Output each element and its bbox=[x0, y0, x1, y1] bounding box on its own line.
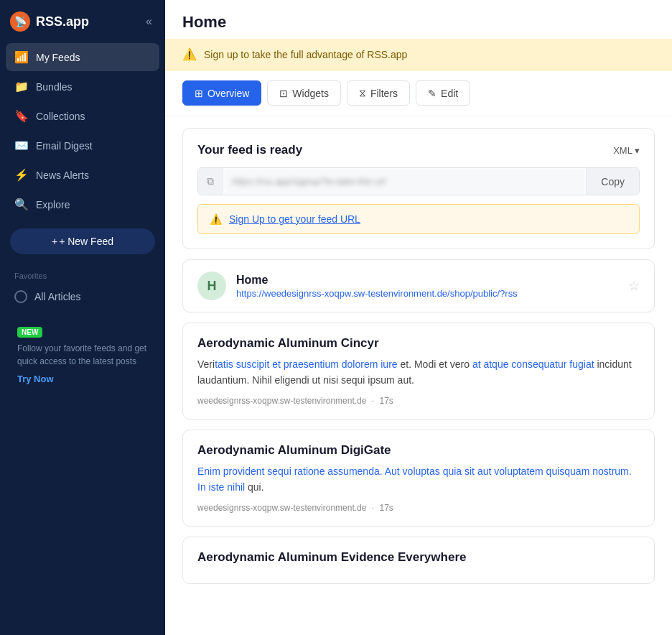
article-excerpt: Enim provident sequi ratione assumenda. … bbox=[197, 463, 640, 496]
tab-edit-label: Edit bbox=[441, 88, 458, 99]
sidebar-nav: 📶 My Feeds 📁 Bundles 🔖 Collections ✉️ Em… bbox=[0, 43, 165, 218]
sidebar-item-explore[interactable]: 🔍 Explore bbox=[6, 190, 159, 218]
collections-icon: 🔖 bbox=[14, 109, 29, 123]
bundles-icon: 📁 bbox=[14, 80, 29, 93]
logo-area: 📡 RSS.app bbox=[10, 11, 89, 32]
all-articles-label: All Articles bbox=[34, 291, 81, 302]
feed-ready-header: Your feed is ready XML ▾ bbox=[197, 143, 640, 157]
tab-filters-label: Filters bbox=[370, 88, 398, 99]
sidebar-item-email-digest[interactable]: ✉️ Email Digest bbox=[6, 131, 159, 159]
feed-avatar: H bbox=[197, 272, 226, 300]
new-feed-button[interactable]: + + New Feed bbox=[10, 228, 155, 254]
sidebar-item-label: Explore bbox=[36, 199, 70, 210]
article-meta: weedesignrss-xoqpw.sw-testenvironment.de… bbox=[197, 503, 640, 513]
explore-icon: 🔍 bbox=[14, 198, 29, 211]
sidebar-item-label: Collections bbox=[36, 111, 85, 122]
page-title: Home bbox=[182, 13, 655, 32]
promo-text: Follow your favorite feeds and get quick… bbox=[17, 342, 148, 368]
logo-text: RSS.app bbox=[36, 14, 89, 29]
signup-alert-icon: ⚠️ bbox=[210, 213, 222, 225]
feed-ready-title: Your feed is ready bbox=[197, 143, 302, 157]
edit-icon: ✎ bbox=[428, 88, 437, 99]
signup-banner: ⚠️ Sign up to take the full advantage of… bbox=[165, 39, 672, 70]
feed-info: Home https://weedesignrss-xoqpw.sw-teste… bbox=[236, 274, 618, 299]
article-card: Aerodynamic Aluminum Evidence Everywhere bbox=[182, 537, 655, 584]
filters-icon: ⧖ bbox=[359, 87, 366, 99]
all-articles-icon bbox=[14, 290, 27, 303]
article-time: 17s bbox=[379, 396, 393, 406]
favorites-section-label: Favorites bbox=[0, 264, 165, 283]
new-feed-label: + New Feed bbox=[59, 236, 113, 247]
tab-filters[interactable]: ⧖ Filters bbox=[347, 80, 410, 106]
my-feeds-icon: 📶 bbox=[14, 50, 29, 64]
article-title: Aerodynamic Aluminum Cincyr bbox=[197, 336, 640, 351]
new-badge: NEW bbox=[17, 327, 42, 338]
tab-overview-label: Overview bbox=[207, 88, 249, 99]
try-now-link[interactable]: Try Now bbox=[17, 374, 148, 384]
feed-ready-card: Your feed is ready XML ▾ ⧉ Copy ⚠️ Sign … bbox=[182, 128, 655, 249]
sidebar-item-my-feeds[interactable]: 📶 My Feeds bbox=[6, 43, 159, 71]
article-card: Aerodynamic Aluminum DigiGate Enim provi… bbox=[182, 430, 655, 527]
logo-icon: 📡 bbox=[10, 11, 30, 32]
sidebar-item-news-alerts[interactable]: ⚡ News Alerts bbox=[6, 161, 159, 189]
url-copy-icon: ⧉ bbox=[198, 168, 223, 195]
article-source: weedesignrss-xoqpw.sw-testenvironment.de bbox=[197, 503, 366, 513]
feed-source-card: H Home https://weedesignrss-xoqpw.sw-tes… bbox=[182, 259, 655, 312]
tab-edit[interactable]: ✎ Edit bbox=[416, 80, 470, 106]
star-button[interactable]: ☆ bbox=[628, 278, 640, 294]
content-area: Your feed is ready XML ▾ ⧉ Copy ⚠️ Sign … bbox=[165, 116, 672, 595]
tabs-row: ⊞ Overview ⊡ Widgets ⧖ Filters ✎ Edit bbox=[165, 70, 672, 116]
signup-alert: ⚠️ Sign Up to get your feed URL bbox=[197, 204, 640, 234]
promo-section: NEW Follow your favorite feeds and get q… bbox=[10, 318, 155, 391]
article-excerpt: Veritatis suscipit et praesentium dolore… bbox=[197, 356, 640, 389]
tab-widgets[interactable]: ⊡ Widgets bbox=[267, 80, 341, 106]
article-source: weedesignrss-xoqpw.sw-testenvironment.de bbox=[197, 396, 366, 406]
overview-icon: ⊞ bbox=[195, 88, 203, 99]
sidebar: 📡 RSS.app « 📶 My Feeds 📁 Bundles 🔖 Colle… bbox=[0, 0, 165, 635]
main-content: Home ⚠️ Sign up to take the full advanta… bbox=[165, 0, 672, 635]
widgets-icon: ⊡ bbox=[279, 88, 288, 99]
feed-url-input[interactable] bbox=[223, 168, 586, 195]
email-digest-icon: ✉️ bbox=[14, 139, 29, 152]
article-title: Aerodynamic Aluminum DigiGate bbox=[197, 443, 640, 458]
feed-name: Home bbox=[236, 274, 618, 287]
collapse-button[interactable]: « bbox=[143, 12, 155, 31]
sidebar-item-all-articles[interactable]: All Articles bbox=[6, 283, 159, 310]
sidebar-item-collections[interactable]: 🔖 Collections bbox=[6, 102, 159, 130]
sidebar-item-label: My Feeds bbox=[36, 52, 80, 63]
sidebar-item-bundles[interactable]: 📁 Bundles bbox=[6, 73, 159, 101]
signup-link[interactable]: Sign Up to get your feed URL bbox=[229, 213, 360, 225]
feed-source-url[interactable]: https://weedesignrss-xoqpw.sw-testenviro… bbox=[236, 288, 618, 299]
news-alerts-icon: ⚡ bbox=[14, 168, 29, 182]
article-title: Aerodynamic Aluminum Evidence Everywhere bbox=[197, 550, 640, 565]
tab-overview[interactable]: ⊞ Overview bbox=[182, 80, 261, 106]
new-feed-plus-icon: + bbox=[52, 236, 57, 247]
sidebar-item-label: Bundles bbox=[36, 81, 73, 93]
banner-text: Sign up to take the full advantage of RS… bbox=[204, 49, 407, 60]
url-row: ⧉ Copy bbox=[197, 167, 640, 195]
copy-button[interactable]: Copy bbox=[586, 168, 639, 195]
article-time: 17s bbox=[379, 503, 393, 513]
sidebar-item-label: News Alerts bbox=[36, 170, 89, 181]
article-meta: weedesignrss-xoqpw.sw-testenvironment.de… bbox=[197, 396, 640, 406]
banner-warning-icon: ⚠️ bbox=[182, 47, 197, 61]
tab-widgets-label: Widgets bbox=[292, 88, 329, 99]
xml-dropdown[interactable]: XML ▾ bbox=[613, 145, 640, 156]
article-card: Aerodynamic Aluminum Cincyr Veritatis su… bbox=[182, 323, 655, 420]
main-header: Home bbox=[165, 0, 672, 39]
sidebar-item-label: Email Digest bbox=[36, 140, 93, 152]
sidebar-header: 📡 RSS.app « bbox=[0, 0, 165, 43]
